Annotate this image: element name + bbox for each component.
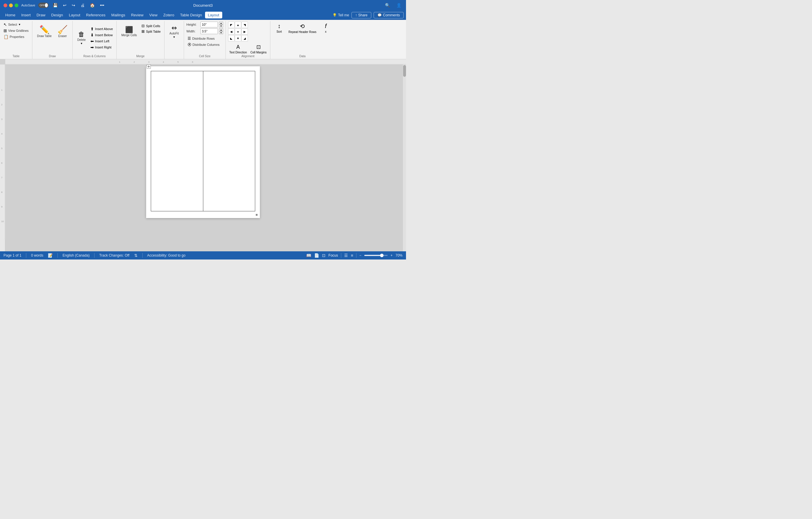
menu-design[interactable]: Design [49,12,66,18]
outline-view-icon[interactable]: ≡ [351,253,353,258]
undo-button[interactable]: ↩ [62,2,68,8]
maximize-button[interactable] [14,3,18,7]
focus-button[interactable]: Focus [328,253,338,257]
menu-view[interactable]: View [146,12,161,18]
align-middle-right[interactable]: ▶ [241,28,248,35]
scrollbar-thumb[interactable] [403,65,406,77]
share-icon: ↑ [355,13,357,17]
align-middle-center[interactable]: ● [235,28,241,35]
svg-text:5: 5 [177,61,179,63]
align-bottom-left[interactable]: ◣ [228,35,234,42]
word-count-icon[interactable]: 📝 [48,253,53,258]
draw-table-icon: ✏️ [39,26,50,34]
width-down-spinner[interactable]: ▼ [219,31,223,34]
track-changes-icon[interactable]: ⇅ [134,253,138,258]
cell-margins-icon: ⊡ [256,44,261,50]
print-button[interactable]: 🖨 [79,2,86,8]
separator-2 [57,253,58,258]
zoom-slider-thumb[interactable] [380,254,383,257]
tell-me-button[interactable]: 💡 Tell me [332,12,349,18]
minimize-button[interactable] [9,3,13,7]
height-up-spinner[interactable]: ▲ [219,22,223,25]
width-input[interactable] [200,28,218,34]
view-gridlines-button[interactable]: ⊞ View Gridlines [2,28,30,33]
eraser-button[interactable]: 🧹 Eraser [55,22,70,42]
menu-home[interactable]: Home [2,12,18,18]
menu-layout-active[interactable]: Layout [205,12,222,18]
autofit-button[interactable]: ⇔ AutoFit ▼ [167,22,181,42]
formula-button[interactable]: f x [319,22,332,34]
comments-button[interactable]: 💬 Comments [374,12,404,18]
zoom-out-icon[interactable]: − [359,253,361,257]
svg-text:2: 2 [1,103,3,106]
save-button[interactable]: 💾 [52,2,59,8]
focus-mode-icon[interactable]: ⊡ [322,253,325,258]
print-layout-icon[interactable]: 📄 [314,253,319,258]
table-cell-1[interactable] [151,71,203,211]
traffic-lights [3,3,18,7]
text-direction-button[interactable]: A Text Direction [228,43,248,55]
list-view-icon[interactable]: ☰ [344,253,348,258]
align-middle-left[interactable]: ◀ [228,28,234,35]
menu-draw[interactable]: Draw [33,12,48,18]
page-info: Page 1 of 1 [3,253,21,257]
height-input[interactable] [200,22,218,27]
height-down-spinner[interactable]: ▼ [219,25,223,27]
insert-below-button[interactable]: ⬇ Insert Below [89,32,114,38]
properties-button[interactable]: 📋 Properties [2,34,30,40]
svg-text:7: 7 [1,176,3,179]
delete-button[interactable]: 🗑 Delete ▼ [75,28,88,48]
distribute-columns-button[interactable]: ⦿ Distribute Columns [186,42,221,47]
merge-cells-button[interactable]: ⬛ Merge Cells [119,22,139,42]
lightbulb-icon: 💡 [332,13,337,17]
menu-insert[interactable]: Insert [18,12,34,18]
split-table-button[interactable]: ⊠ Split Table [140,29,162,34]
menu-mailings[interactable]: Mailings [109,12,128,18]
table-resize-handle[interactable] [256,214,258,216]
separator-6 [356,253,356,258]
menu-zotero[interactable]: Zotero [161,12,177,18]
align-top-left[interactable]: ◤ [228,22,234,28]
close-button[interactable] [3,3,7,7]
zoom-in-icon[interactable]: + [390,253,393,257]
draw-table-button[interactable]: ✏️ Draw Table [35,22,54,42]
sort-button[interactable]: ↕ Sort [273,22,286,34]
table-move-handle[interactable] [147,64,151,69]
zoom-slider[interactable] [364,255,388,256]
repeat-header-rows-button[interactable]: ⟲ Repeat Header Rows [287,22,318,35]
separator-1 [26,253,26,258]
insert-above-button[interactable]: ⬆ Insert Above [89,26,114,32]
insert-left-button[interactable]: ⬅ Insert Left [89,38,114,44]
width-up-spinner[interactable]: ▲ [219,28,223,31]
home-button[interactable]: 🏠 [89,2,96,8]
svg-rect-0 [5,59,406,64]
table-cell-2[interactable] [203,71,255,211]
align-bottom-center[interactable]: ▼ [235,35,241,42]
document-table[interactable] [151,71,255,211]
read-mode-icon[interactable]: 📖 [306,253,311,258]
vertical-scrollbar[interactable] [403,64,406,251]
menu-table-design[interactable]: Table Design [177,12,205,18]
menu-references[interactable]: References [83,12,108,18]
search-button[interactable]: 🔍 [384,2,391,8]
more-button[interactable]: ••• [99,2,106,8]
document-page [146,66,260,218]
align-bottom-right[interactable]: ◢ [241,35,248,42]
zoom-value: 70% [396,253,403,257]
ribbon: ↖ Select ▼ ⊞ View Gridlines 📋 Properties… [0,20,406,59]
cell-margins-button[interactable]: ⊡ Cell Margins [250,43,268,55]
menu-layout[interactable]: Layout [66,12,83,18]
align-top-right[interactable]: ◥ [241,22,248,28]
distribute-rows-button[interactable]: ☰ Distribute Rows [186,36,221,41]
autosave-toggle[interactable]: OFF [38,3,49,8]
menu-review[interactable]: Review [128,12,146,18]
account-button[interactable]: 👤 [395,2,403,8]
align-top-center[interactable]: ▲ [235,22,241,28]
share-button[interactable]: ↑ Share [351,12,371,18]
split-cells-button[interactable]: ⊟ Split Cells [140,23,162,28]
alignment-group-label: Alignment [228,55,268,58]
ribbon-group-cell-size: Height: ▲ ▼ Width: ▲ ▼ [184,21,226,59]
select-button[interactable]: ↖ Select ▼ [2,22,30,27]
redo-button[interactable]: ↪ [70,2,77,8]
insert-right-button[interactable]: ➡ Insert Right [89,44,114,50]
